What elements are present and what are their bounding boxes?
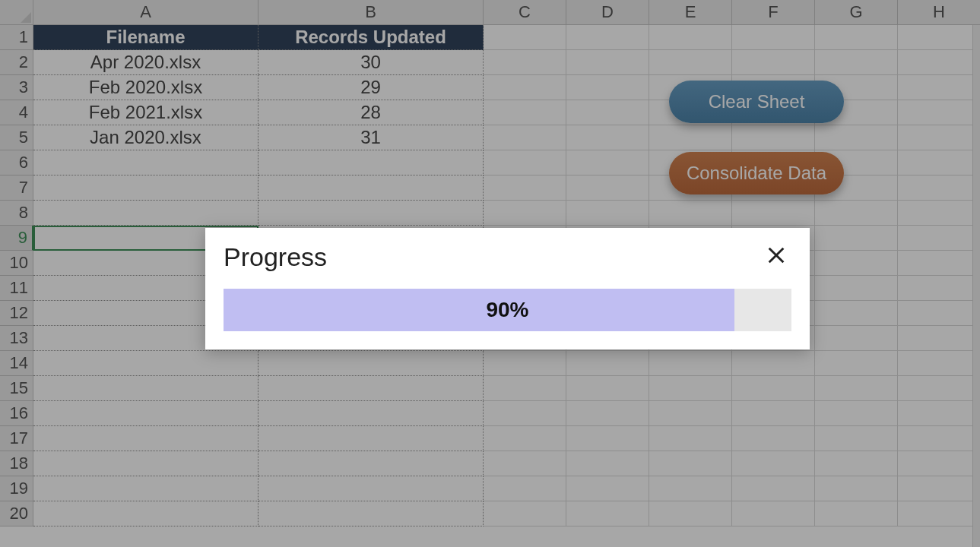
progress-bar: 90% (224, 289, 791, 331)
progress-percent: 90% (486, 298, 528, 322)
progress-fill (224, 289, 734, 331)
dialog-title: Progress (224, 242, 327, 272)
close-button[interactable] (761, 242, 791, 272)
close-icon (766, 245, 787, 269)
progress-dialog: Progress 90% (205, 228, 810, 349)
